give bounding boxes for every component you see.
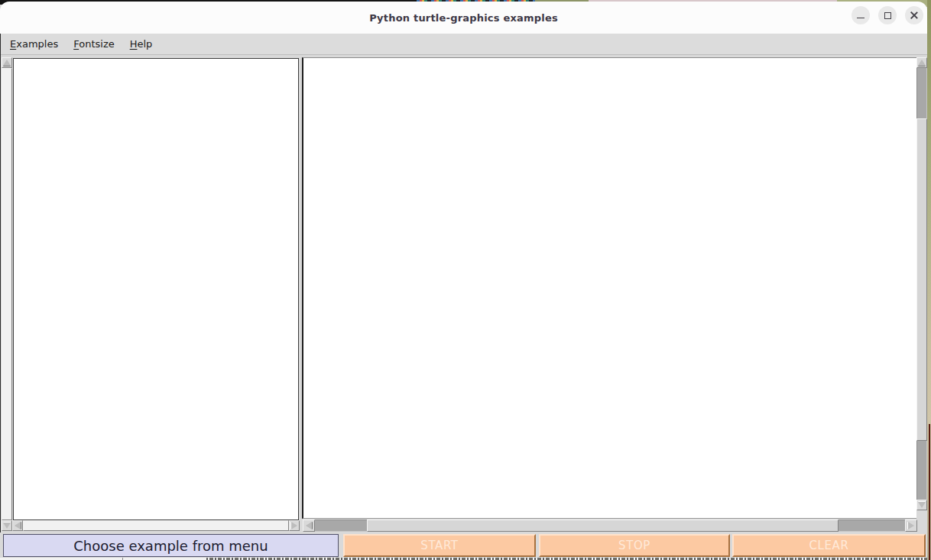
clear-button[interactable]: CLEAR xyxy=(732,534,926,557)
status-label: Choose example from menu xyxy=(3,534,339,557)
scroll-right-arrow-icon[interactable] xyxy=(905,520,917,532)
scroll-down-arrow-icon[interactable] xyxy=(2,520,12,531)
canvas-horizontal-scrollbar[interactable] xyxy=(303,520,917,532)
text-hscroll-thumb[interactable] xyxy=(23,520,289,531)
close-icon xyxy=(910,11,919,20)
minimize-button[interactable] xyxy=(852,6,870,24)
window-title: Python turtle-graphics examples xyxy=(369,12,558,24)
canvas-vertical-scrollbar[interactable] xyxy=(916,57,927,510)
example-source-textpane[interactable] xyxy=(13,58,299,520)
scroll-up-arrow-icon[interactable] xyxy=(916,57,927,68)
scroll-right-arrow-icon[interactable] xyxy=(289,520,300,531)
screen: Python turtle-graphics examples Examples… xyxy=(0,0,931,560)
stop-button[interactable]: STOP xyxy=(539,534,730,557)
scroll-down-arrow-icon[interactable] xyxy=(916,500,927,510)
scroll-left-arrow-icon[interactable] xyxy=(303,520,315,532)
text-vertical-scrollbar[interactable] xyxy=(2,57,12,531)
turtle-canvas xyxy=(302,57,916,519)
maximize-icon xyxy=(884,12,891,19)
menubar: Examples Fontsize Help xyxy=(0,34,927,55)
titlebar[interactable]: Python turtle-graphics examples xyxy=(0,2,927,34)
minimize-icon xyxy=(857,18,864,18)
desktop-edge-line xyxy=(929,424,930,560)
menu-examples[interactable]: Examples xyxy=(2,35,66,53)
window-left-edge xyxy=(0,34,1,558)
text-vscroll-thumb[interactable] xyxy=(2,68,12,520)
text-horizontal-scrollbar[interactable] xyxy=(12,520,300,531)
menu-fontsize[interactable]: Fontsize xyxy=(66,35,122,53)
maximize-button[interactable] xyxy=(878,6,897,24)
start-button[interactable]: START xyxy=(343,534,536,557)
close-button[interactable] xyxy=(905,6,923,24)
canvas-vscroll-thumb[interactable] xyxy=(916,118,927,441)
scroll-up-arrow-icon[interactable] xyxy=(2,57,12,68)
menu-help[interactable]: Help xyxy=(122,35,161,53)
status-message: Choose example from menu xyxy=(73,538,268,554)
scroll-left-arrow-icon[interactable] xyxy=(12,520,23,531)
canvas-hscroll-thumb[interactable] xyxy=(367,520,839,532)
